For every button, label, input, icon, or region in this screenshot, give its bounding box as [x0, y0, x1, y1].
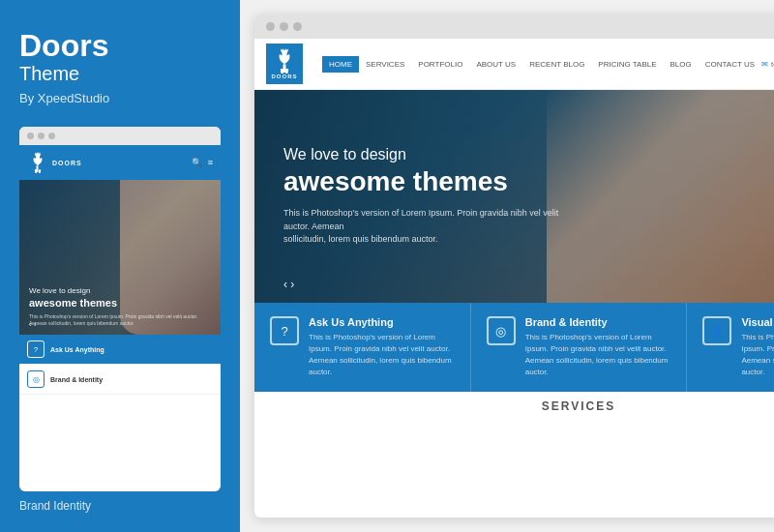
big-card-desc-2: This is Photoshop's version of Lorem Ips…	[525, 332, 671, 378]
nav-link-contact[interactable]: CONTACT US	[699, 56, 761, 73]
svg-rect-2	[39, 169, 42, 173]
mini-hero: We love to design awesome THEMES This is…	[19, 180, 221, 335]
big-card-icon-3: 👤	[702, 316, 731, 345]
brand-by: By XpeedStudio	[19, 91, 221, 105]
mini-search-icon: 🔍	[192, 158, 202, 167]
big-card-2: ◎ Brand & Identity This is Photoshop's v…	[471, 303, 688, 392]
nav-link-about[interactable]: ABOUT US	[469, 56, 522, 73]
big-browser-bar	[254, 15, 774, 39]
nav-link-pricing[interactable]: PRICING TABLE	[591, 56, 663, 73]
mini-menu-icon: ≡	[208, 158, 213, 167]
mini-dot-2	[38, 133, 45, 139]
brand-subtitle: Theme	[19, 63, 221, 85]
mini-card-icon-1: ?	[27, 340, 45, 358]
big-logo-box: DOORS	[266, 44, 303, 84]
mini-card-icon-2: ◎	[27, 370, 45, 388]
mini-hero-line2: awesome THEMES	[29, 297, 211, 310]
big-dot-2	[280, 22, 288, 31]
nav-link-blog2[interactable]: BLOG	[664, 56, 699, 73]
brand-title: Doors	[19, 29, 221, 63]
big-dot-1	[266, 22, 275, 31]
mini-hero-para: This is Photoshop's version of Lorem Ips…	[29, 313, 211, 327]
big-cards: ? Ask Us Anything This is Photoshop's ve…	[254, 303, 774, 392]
nav-link-home[interactable]: HOME	[322, 56, 359, 73]
mini-cards: ? Ask Us Anything ◎ Brand & Identity	[19, 335, 221, 395]
big-nav-links: HOME SERVICES PORTFOLIO ABOUT US RECENT …	[322, 56, 761, 73]
mini-nav: DOORS 🔍 ≡	[19, 145, 221, 180]
mini-nav-icons: 🔍 ≡	[192, 158, 213, 167]
mini-card-2: ◎ Brand & Identity	[19, 365, 221, 395]
big-card-body-3: Visual Composer This is Photoshop's vers…	[741, 316, 774, 378]
big-hero-face-bg	[547, 90, 774, 303]
big-card-desc-1: This is Photoshop's version of Lorem Ips…	[309, 332, 455, 378]
big-card-icon-1: ?	[270, 316, 299, 345]
big-card-desc-3: This is Photoshop's version of Lorem Ips…	[741, 332, 774, 378]
mini-logo-text: DOORS	[52, 160, 82, 166]
big-hero-content: We love to design awesome THEMES This is…	[283, 146, 574, 246]
left-panel: Doors Theme By XpeedStudio DOORS	[0, 0, 240, 532]
big-hero: We love to design awesome THEMES This is…	[254, 90, 774, 303]
big-nav-left: DOORS HOME SERVICES PORTFOLIO ABOUT US R…	[266, 44, 761, 84]
big-card-body-1: Ask Us Anything This is Photoshop's vers…	[309, 316, 455, 378]
big-card-title-2: Brand & Identity	[525, 316, 671, 328]
big-card-icon-2: ◎	[487, 316, 516, 345]
big-card-body-2: Brand & Identity This is Photoshop's ver…	[525, 316, 671, 378]
big-card-1: ? Ask Us Anything This is Photoshop's ve…	[254, 303, 471, 392]
big-hero-arrows[interactable]: ‹ ›	[283, 278, 294, 291]
big-dot-3	[293, 22, 302, 31]
mini-hero-line1: We love to design	[29, 286, 211, 295]
big-logo-text: DOORS	[271, 74, 297, 79]
mini-card-label-2: Brand & Identity	[50, 376, 103, 383]
services-label: SERVICES	[254, 392, 774, 421]
big-hero-line1: We love to design	[283, 146, 574, 163]
big-card-title-1: Ask Us Anything	[309, 316, 455, 328]
mini-card-label-1: Ask Us Anything	[50, 346, 104, 353]
big-hero-para: This is Photoshop's version of Lorem Ips…	[283, 207, 574, 247]
mini-browser-mockup: DOORS 🔍 ≡ We love to design awesome THEM…	[19, 127, 221, 491]
mini-deer-icon	[27, 149, 48, 176]
mini-dot-3	[48, 133, 55, 139]
big-card-3: 👤 Visual Composer This is Photoshop's ve…	[687, 303, 774, 392]
mini-card-1: ? Ask Us Anything	[19, 335, 221, 365]
big-hero-line2: awesome THEMES	[283, 167, 574, 197]
mini-logo: DOORS	[27, 149, 82, 176]
nav-email: ✉ test@doors.com	[761, 60, 774, 69]
mini-dot-1	[27, 133, 34, 139]
bottom-label: Brand Identity	[19, 499, 221, 513]
big-nav: DOORS HOME SERVICES PORTFOLIO ABOUT US R…	[254, 39, 774, 90]
big-card-title-3: Visual Composer	[741, 316, 774, 328]
big-nav-right: ✉ test@doors.com ☎ (123) 456-7890 🔍	[761, 51, 774, 77]
nav-link-portfolio[interactable]: PORTFOLIO	[411, 56, 469, 73]
big-browser-mockup: DOORS HOME SERVICES PORTFOLIO ABOUT US R…	[254, 15, 774, 517]
email-icon: ✉	[761, 60, 768, 69]
nav-link-blog[interactable]: RECENT BLOG	[522, 56, 591, 73]
mini-hero-content: We love to design awesome THEMES This is…	[29, 286, 211, 327]
mini-browser-bar	[19, 127, 221, 145]
nav-link-services[interactable]: SERVICES	[359, 56, 411, 73]
right-panel: DOORS HOME SERVICES PORTFOLIO ABOUT US R…	[240, 0, 774, 532]
